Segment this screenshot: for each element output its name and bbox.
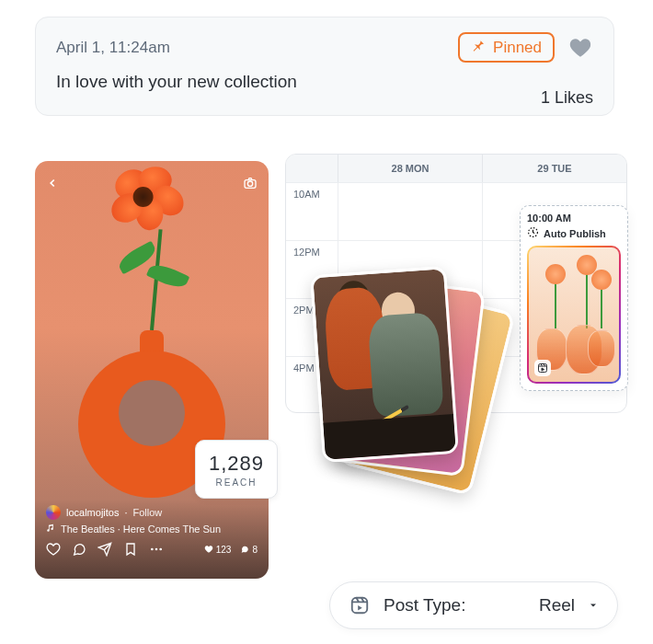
media-stack[interactable] bbox=[304, 267, 497, 488]
follow-link[interactable]: Follow bbox=[133, 507, 163, 518]
chevron-down-icon bbox=[588, 600, 599, 611]
calendar-hour-0: 10AM bbox=[286, 183, 338, 240]
stack-card-1 bbox=[310, 266, 459, 463]
comment-likes-count: 1 Likes bbox=[541, 88, 593, 108]
like-icon[interactable] bbox=[46, 542, 61, 557]
pinned-badge[interactable]: Pinned bbox=[458, 32, 555, 63]
calendar-slot[interactable] bbox=[338, 183, 482, 240]
calendar-corner bbox=[286, 155, 338, 182]
more-icon[interactable] bbox=[149, 542, 164, 557]
calendar-day-1[interactable]: 29 TUE bbox=[482, 155, 626, 182]
reach-value: 1,289 bbox=[209, 452, 264, 476]
back-icon[interactable] bbox=[46, 177, 59, 190]
svg-rect-6 bbox=[539, 364, 547, 373]
comment-icon[interactable] bbox=[72, 542, 86, 557]
svg-point-4 bbox=[159, 548, 162, 551]
auto-publish-icon bbox=[527, 226, 539, 240]
reach-label: REACH bbox=[215, 477, 257, 488]
share-icon[interactable] bbox=[97, 542, 112, 557]
reel-song-row[interactable]: The Beatles · Here Comes The Sun bbox=[46, 523, 258, 535]
flower-illustration bbox=[106, 167, 183, 235]
like-count: 123 bbox=[204, 545, 232, 555]
camera-icon[interactable] bbox=[243, 176, 258, 190]
reel-actions: 123 8 bbox=[46, 542, 258, 557]
auto-publish-label: Auto Publish bbox=[544, 228, 606, 239]
comment-count: 8 bbox=[240, 545, 258, 555]
music-note-icon bbox=[46, 523, 55, 535]
svg-point-3 bbox=[155, 548, 158, 551]
scheduled-post-card[interactable]: 10:00 AM Auto Publish bbox=[520, 205, 628, 391]
reel-icon bbox=[349, 594, 371, 616]
post-type-value-dropdown[interactable]: Reel bbox=[539, 595, 599, 615]
reel-type-icon bbox=[534, 360, 551, 376]
dot-separator: · bbox=[124, 507, 127, 518]
scheduled-time: 10:00 AM bbox=[527, 213, 621, 224]
pinned-label: Pinned bbox=[493, 39, 542, 57]
post-type-label: Post Type: bbox=[384, 595, 465, 615]
avatar bbox=[46, 505, 61, 520]
comment-header: April 1, 11:24am Pinned bbox=[56, 32, 593, 63]
bookmark-icon[interactable] bbox=[123, 542, 138, 557]
comment-card[interactable]: April 1, 11:24am Pinned In love with you… bbox=[35, 17, 614, 116]
reel-user-row[interactable]: localmojitos · Follow bbox=[46, 505, 258, 520]
svg-rect-7 bbox=[352, 598, 368, 614]
calendar-day-0[interactable]: 28 MON bbox=[338, 155, 482, 182]
svg-point-1 bbox=[247, 181, 252, 186]
comment-timestamp: April 1, 11:24am bbox=[56, 39, 170, 57]
reels-preview[interactable]: Reels localmojitos · Follow Th bbox=[35, 161, 269, 579]
calendar-day-header: 28 MON 29 TUE bbox=[286, 155, 626, 182]
reels-bottom-bar: localmojitos · Follow The Beatles · Here… bbox=[35, 500, 269, 579]
scheduled-thumbnail bbox=[527, 246, 621, 384]
post-type-value: Reel bbox=[539, 595, 575, 615]
reach-stat-badge: 1,289 REACH bbox=[195, 440, 278, 499]
svg-point-2 bbox=[151, 548, 154, 551]
auto-publish-row: Auto Publish bbox=[527, 226, 621, 240]
pin-icon bbox=[471, 38, 486, 57]
comment-body: In love with your new collection bbox=[56, 72, 593, 92]
like-heart-icon[interactable] bbox=[567, 36, 593, 60]
post-type-selector[interactable]: Post Type: Reel bbox=[329, 581, 618, 629]
reel-song-label: The Beatles · Here Comes The Sun bbox=[61, 523, 221, 535]
reel-username: localmojitos bbox=[66, 507, 119, 518]
comment-header-actions: Pinned bbox=[458, 32, 593, 63]
